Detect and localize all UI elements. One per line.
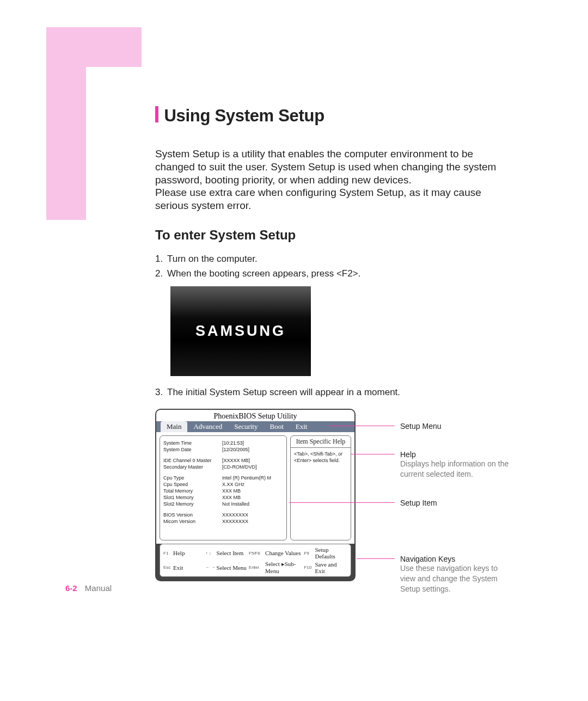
anno-help: Help Displays help information on the cu…	[400, 450, 514, 479]
row-date-k: System Date	[163, 447, 222, 452]
bios-figure: PhoenixBIOS Setup Utility Main Advanced …	[155, 409, 531, 581]
page-title: Using System Setup	[164, 106, 324, 125]
anno-nav-desc: Use these navigation keys to view and ch…	[400, 563, 514, 594]
row-s2-k: Slot2 Memory	[163, 501, 222, 507]
page-label: Manual	[85, 583, 112, 593]
bios-tab-exit: Exit	[290, 421, 314, 432]
bios-nav-footer: F1Help ↑ ↓Select Item F5/F6Change Values…	[160, 544, 351, 577]
intro-paragraph: System Setup is a utility that enables t…	[155, 147, 509, 212]
leader-line-icon	[351, 454, 395, 454]
bios-help-body: <Tab>, <Shift-Tab>, or <Enter> selects f…	[291, 448, 351, 467]
row-tmem-v: XXX MB	[222, 488, 241, 494]
row-tmem-k: Total Memory	[163, 488, 222, 494]
row-date-v: [12/20/2005]	[222, 447, 249, 452]
anno-setup-item-text: Setup Item	[400, 499, 437, 507]
bios-tab-security: Security	[228, 421, 264, 432]
anno-help-title: Help	[400, 450, 514, 459]
page-title-row: Using System Setup	[155, 106, 523, 126]
step-3: 3.The initial System Setup screen will a…	[155, 386, 523, 399]
title-accent-bar	[155, 106, 158, 122]
nav-ent-k: Enter	[249, 565, 265, 570]
section-heading: To enter System Setup	[155, 227, 523, 243]
bios-help-panel: Item Specific Help <Tab>, <Shift-Tab>, o…	[290, 435, 351, 540]
row-bios-v: XXXXXXXX	[222, 512, 248, 518]
bios-main-panel: System Time[10:21:53] System Date[12/20/…	[160, 435, 287, 540]
step-1-text: Turn on the computer.	[167, 254, 258, 264]
row-micom-v: XXXXXXXX	[222, 519, 248, 524]
row-time-v: [10:21:53]	[222, 440, 244, 446]
row-s1-k: Slot1 Memory	[163, 495, 222, 500]
page-number: 6-2	[65, 583, 77, 593]
row-cput-v: Intel (R) Pentium(R) M	[222, 475, 271, 481]
nav-f1-v: Help	[173, 550, 206, 556]
nav-ud-v: Select Item	[217, 550, 249, 556]
bios-tab-boot: Boot	[264, 421, 289, 432]
step-2: 2.When the booting screen appears, press…	[155, 267, 523, 280]
anno-setup-item: Setup Item	[400, 499, 437, 507]
nav-ent-v: Select ▸Sub-Menu	[265, 561, 304, 574]
nav-f9-k: F9	[304, 551, 315, 556]
nav-cv-k: F5/F6	[249, 551, 265, 556]
steps-list: 1.Turn on the computer. 2.When the booti…	[155, 253, 523, 399]
nav-f10-k: F10	[304, 565, 315, 570]
row-cpus-v: X.XX GHz	[222, 482, 244, 487]
anno-help-desc: Displays help information on the current…	[400, 459, 514, 479]
nav-esc-k: Esc	[163, 565, 173, 570]
leader-line-icon	[329, 426, 395, 426]
row-s2-v: Not Installed	[222, 501, 249, 507]
row-sec-k: Secondary Master	[163, 464, 222, 470]
nav-cv-v: Change Values	[265, 550, 304, 556]
nav-esc-v: Exit	[173, 564, 206, 571]
nav-f1-k: F1	[163, 551, 173, 556]
nav-lr-v: Select Menu	[217, 564, 249, 571]
row-ide-v: [XXXXX MB]	[222, 458, 250, 463]
anno-setup-menu-text: Setup Menu	[400, 422, 442, 431]
bios-help-title: Item Specific Help	[291, 436, 351, 448]
bios-tabs: Main Advanced Security Boot Exit	[156, 421, 354, 432]
leader-line-icon	[357, 558, 395, 559]
bios-tab-main: Main	[161, 421, 187, 432]
row-sec-v: [CD-ROM/DVD]	[222, 464, 257, 470]
step-2-text: When the booting screen appears, press <…	[167, 268, 360, 279]
row-ide-k: IDE Channel 0 Master	[163, 458, 222, 463]
nav-lr-k: ← →	[206, 565, 217, 570]
nav-f10-v: Save and Exit	[315, 561, 347, 574]
anno-setup-menu: Setup Menu	[400, 422, 442, 431]
row-bios-k: BIOS Version	[163, 512, 222, 518]
step-3-text: The initial System Setup screen will app…	[167, 387, 400, 397]
nav-f9-v: Setup Defaults	[315, 546, 347, 559]
row-cpus-k: Cpu Speed	[163, 482, 222, 487]
row-time-k: System Time	[163, 440, 222, 446]
leader-line-icon	[289, 502, 395, 503]
bios-tab-advanced: Advanced	[187, 421, 228, 432]
bios-title: PhoenixBIOS Setup Utility	[156, 410, 354, 421]
bios-window: PhoenixBIOS Setup Utility Main Advanced …	[155, 409, 356, 581]
row-cput-k: Cpu Type	[163, 475, 222, 481]
samsung-boot-screen: SAMSUNG	[170, 286, 311, 376]
page-content: Using System Setup System Setup is a uti…	[155, 106, 523, 581]
row-micom-k: Micom Version	[163, 519, 222, 524]
nav-ud-k: ↑ ↓	[206, 551, 217, 556]
page-footer: 6-2 Manual	[65, 583, 112, 593]
decorative-corner-side	[46, 27, 86, 220]
row-s1-v: XXX MB	[222, 495, 241, 500]
step-1: 1.Turn on the computer.	[155, 253, 523, 266]
anno-nav-title: Navigation Keys	[400, 555, 514, 563]
anno-nav-keys: Navigation Keys Use these navigation key…	[400, 555, 514, 594]
samsung-logo-text: SAMSUNG	[195, 321, 286, 342]
